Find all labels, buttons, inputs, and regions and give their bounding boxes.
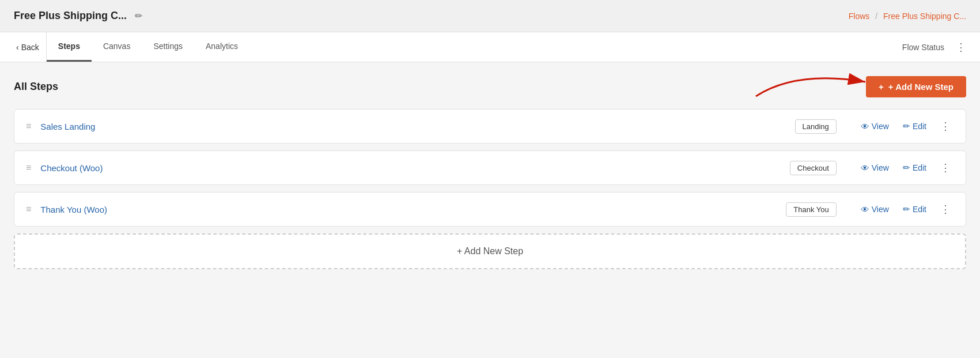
step-name-thank-you-woo[interactable]: Thank You (Woo) — [40, 205, 777, 214]
step-actions-sales-landing: 👁 View ✏ Edit ⋮ — [857, 119, 954, 134]
tab-analytics[interactable]: Analytics — [194, 32, 249, 62]
more-dots-icon-thank-you-woo: ⋮ — [940, 204, 951, 215]
view-label-checkout-woo: View — [872, 163, 889, 172]
edit-pencil-icon: ✏ — [135, 11, 142, 21]
tab-settings[interactable]: Settings — [142, 32, 194, 62]
edit-button-thank-you-woo[interactable]: ✏ Edit — [899, 202, 930, 217]
edit-pencil-icon-thank-you-woo: ✏ — [903, 204, 910, 214]
edit-button-sales-landing[interactable]: ✏ Edit — [899, 119, 930, 134]
plus-icon: + — [879, 82, 884, 92]
more-dots-icon-checkout-woo: ⋮ — [940, 162, 951, 174]
view-eye-icon-3: 👁 — [861, 205, 869, 214]
step-actions-thank-you-woo: 👁 View ✏ Edit ⋮ — [857, 202, 954, 217]
step-card-checkout-woo: ≡ Checkout (Woo) Checkout 👁 View ✏ Edit … — [14, 150, 966, 185]
edit-label-checkout-woo: Edit — [913, 163, 926, 172]
edit-title-button[interactable]: ✏ — [131, 9, 146, 22]
edit-label-thank-you-woo: Edit — [913, 205, 926, 214]
back-button[interactable]: ‹ Back — [9, 32, 47, 62]
breadcrumb-flows-link[interactable]: Flows — [849, 12, 870, 21]
drag-handle-icon-2: ≡ — [26, 163, 31, 173]
header-right-area: + + Add New Step — [866, 76, 966, 97]
flow-status-label: Flow Status — [902, 43, 944, 52]
nav-more-button[interactable]: ⋮ — [951, 39, 971, 56]
more-button-thank-you-woo[interactable]: ⋮ — [937, 202, 954, 217]
breadcrumb-separator: / — [875, 12, 877, 21]
view-label-sales-landing: View — [872, 122, 889, 131]
step-name-checkout-woo[interactable]: Checkout (Woo) — [40, 163, 781, 173]
tab-steps[interactable]: Steps — [47, 32, 92, 62]
more-button-sales-landing[interactable]: ⋮ — [937, 119, 954, 134]
step-card-sales-landing: ≡ Sales Landing Landing 👁 View ✏ Edit ⋮ — [14, 109, 966, 144]
edit-pencil-icon-checkout-woo: ✏ — [903, 163, 910, 173]
tab-canvas[interactable]: Canvas — [92, 32, 142, 62]
add-new-step-button[interactable]: + + Add New Step — [866, 76, 966, 97]
view-button-checkout-woo[interactable]: 👁 View — [857, 161, 892, 175]
breadcrumb-current: Free Plus Shipping C... — [883, 12, 966, 21]
more-button-checkout-woo[interactable]: ⋮ — [937, 160, 954, 175]
drag-handle-icon: ≡ — [26, 121, 31, 131]
view-button-sales-landing[interactable]: 👁 View — [857, 119, 892, 134]
annotation-arrow — [750, 65, 877, 99]
page-title: Free Plus Shipping C... — [14, 10, 127, 22]
drag-handle-icon-3: ≡ — [26, 204, 31, 214]
view-button-thank-you-woo[interactable]: 👁 View — [857, 202, 892, 217]
edit-button-checkout-woo[interactable]: ✏ Edit — [899, 160, 930, 175]
steps-header: All Steps + + Add New Step — [14, 76, 966, 97]
back-chevron-icon: ‹ — [16, 43, 19, 52]
add-new-step-label: + Add New Step — [888, 82, 953, 92]
back-label: Back — [21, 43, 39, 52]
view-eye-icon-2: 👁 — [861, 163, 869, 173]
main-content: All Steps + + Add New Step ≡ Sales Landi… — [0, 62, 980, 358]
step-name-sales-landing[interactable]: Sales Landing — [40, 122, 785, 131]
nav-bar-right: Flow Status ⋮ — [902, 39, 971, 56]
step-type-badge-thank-you-woo: Thank You — [786, 202, 836, 217]
bottom-add-step-area[interactable]: + Add New Step — [14, 233, 966, 269]
step-type-badge-sales-landing: Landing — [795, 119, 837, 134]
view-label-thank-you-woo: View — [872, 205, 889, 214]
step-type-badge-checkout-woo: Checkout — [790, 161, 837, 175]
edit-pencil-icon-sales-landing: ✏ — [903, 121, 910, 131]
more-dots-icon-sales-landing: ⋮ — [940, 120, 951, 132]
bottom-add-step-label: + Add New Step — [457, 246, 523, 257]
all-steps-title: All Steps — [14, 81, 58, 93]
step-card-thank-you-woo: ≡ Thank You (Woo) Thank You 👁 View ✏ Edi… — [14, 192, 966, 227]
nav-bar: ‹ Back Steps Canvas Settings Analytics F… — [0, 32, 980, 62]
more-dots-icon: ⋮ — [956, 42, 966, 53]
view-eye-icon: 👁 — [861, 122, 869, 131]
step-actions-checkout-woo: 👁 View ✏ Edit ⋮ — [857, 160, 954, 175]
top-header: Free Plus Shipping C... ✏ Flows / Free P… — [0, 0, 980, 32]
edit-label-sales-landing: Edit — [913, 122, 926, 131]
breadcrumb: Flows / Free Plus Shipping C... — [849, 12, 966, 21]
header-left: Free Plus Shipping C... ✏ — [14, 9, 146, 22]
